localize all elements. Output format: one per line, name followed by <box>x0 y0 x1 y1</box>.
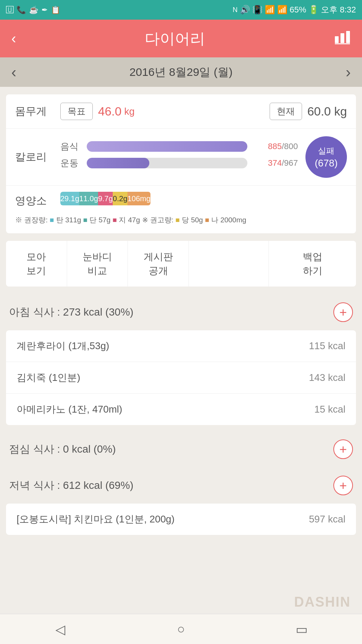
exercise-bar-row: 운동 374/967 <box>60 157 298 169</box>
eye-compare-button[interactable]: 눈바디 비교 <box>67 241 128 287</box>
exercise-bar-values: 374/967 <box>253 158 298 168</box>
nutrient-label: 영양소 <box>15 194 60 208</box>
legend-suffix: ※ 권고량: <box>142 216 176 224</box>
breakfast-item-3: 아메리카노 (1잔, 470ml) 15 kcal <box>6 394 356 425</box>
time-display: 오후 8:32 <box>321 4 356 15</box>
sodium-bar: 106mg <box>127 192 150 205</box>
weight-content: 목표 46.0 kg 현재 60.0 kg <box>60 103 347 120</box>
dinner-item-1-name: [오봉도시락] 치킨마요 (1인분, 200g) <box>17 513 175 526</box>
calorie-label: 칼로리 <box>15 150 60 164</box>
dinner-add-button[interactable]: + <box>333 476 353 495</box>
breakfast-item-2-name: 김치죽 (1인분) <box>17 371 80 384</box>
dinner-item-1: [오봉도시락] 치킨마요 (1인분, 200g) 597 kcal <box>6 504 356 535</box>
legend-protein-icon: ■ <box>83 216 89 224</box>
action-buttons-row: 모아 보기 눈바디 비교 게시판 공개 백업 하기 <box>6 241 356 287</box>
icon-wifi: 📶 <box>265 5 275 15</box>
food-bar-label: 음식 <box>60 140 87 153</box>
icon-clipboard: 📋 <box>51 5 60 14</box>
legend-carb-icon: ■ <box>50 216 56 224</box>
prev-date-button[interactable]: ‹ <box>11 64 16 81</box>
svg-rect-0 <box>335 36 339 43</box>
board-share-button[interactable]: 게시판 공개 <box>128 241 189 287</box>
breakfast-item-2: 김치죽 (1인분) 143 kcal <box>6 362 356 394</box>
svg-rect-1 <box>341 33 344 43</box>
food-bar-row: 음식 885/800 <box>60 140 298 153</box>
home-nav-button[interactable]: ○ <box>166 618 196 641</box>
svg-rect-2 <box>346 31 350 43</box>
current-date: 2016년 8월29일 (월) <box>129 65 232 80</box>
nutrient-row: 영양소 29.1g 11.0g 9.7g 0.2g 106mg ※ 권장량: ■… <box>6 186 356 233</box>
dinner-items: [오봉도시락] 치킨마요 (1인분, 200g) 597 kcal <box>6 504 356 535</box>
exercise-bar-label: 운동 <box>60 157 87 169</box>
legend-prefix: ※ 권장량: <box>15 216 50 224</box>
icon-phone: 📞 <box>17 5 26 14</box>
chart-button[interactable] <box>334 29 351 48</box>
dinner-header: 저녁 식사 : 612 kcal (69%) + <box>0 467 362 504</box>
dinner-item-1-kcal: 597 kcal <box>309 513 345 525</box>
page-title: 다이어리 <box>16 28 334 49</box>
calorie-bars: 음식 885/800 운동 374/967 <box>60 140 298 174</box>
breakfast-item-2-kcal: 143 kcal <box>309 372 345 384</box>
weight-row: 몸무게 목표 46.0 kg 현재 60.0 kg <box>6 94 356 129</box>
exercise-current: 374 <box>268 158 282 168</box>
legend-sugar: 당 50g <box>182 216 203 224</box>
weight-label: 몸무게 <box>15 104 60 119</box>
breakfast-title: 아침 식사 : 273 kcal (30%) <box>9 305 133 319</box>
back-nav-button[interactable]: ◁ <box>45 618 75 641</box>
legend-carb: 탄 311g <box>56 216 81 224</box>
recent-nav-button[interactable]: ▭ <box>287 618 317 641</box>
breakfast-item-1: 계란후라이 (1개,53g) 115 kcal <box>6 330 356 362</box>
food-target: 800 <box>284 142 298 151</box>
status-icons-right: N 🔊 📳 📶 📶 65% 🔋 오후 8:32 <box>233 4 356 15</box>
icon-u: 🅄 <box>6 6 14 14</box>
legend-fat: 지 47g <box>119 216 140 224</box>
breakfast-item-1-kcal: 115 kcal <box>309 340 345 352</box>
legend-sugar-icon: ■ <box>175 216 182 224</box>
current-button[interactable]: 현재 <box>270 103 302 120</box>
current-value: 60.0 kg <box>307 105 347 119</box>
status-bar: 🅄 📞 ☕ ✒ 📋 N 🔊 📳 📶 📶 65% 🔋 오후 8:32 <box>0 0 362 20</box>
legend-fat-icon: ■ <box>112 216 119 224</box>
lunch-add-button[interactable]: + <box>333 439 353 459</box>
lunch-title: 점심 식사 : 0 kcal (0%) <box>9 442 116 456</box>
gather-button[interactable]: 모아 보기 <box>6 241 67 287</box>
header: ‹ 다이어리 <box>0 20 362 57</box>
nutrient-bar-container: 29.1g 11.0g 9.7g 0.2g 106mg <box>60 192 150 205</box>
carb-bar: 29.1g <box>60 192 79 205</box>
backup-button[interactable]: 백업 하기 <box>269 241 356 287</box>
icon-signal: 📶 <box>277 5 287 15</box>
breakfast-item-1-name: 계란후라이 (1개,53g) <box>17 339 109 353</box>
breakfast-item-3-kcal: 15 kcal <box>314 404 345 415</box>
target-unit: kg <box>121 106 135 117</box>
icon-nfc: N <box>233 6 238 14</box>
dinner-title: 저녁 식사 : 612 kcal (69%) <box>9 478 133 493</box>
food-bar-values: 885/800 <box>253 142 298 151</box>
icon-pen: ✒ <box>41 5 48 14</box>
icon-coffee: ☕ <box>29 5 38 14</box>
exercise-bar-fill <box>87 158 149 168</box>
exercise-bar-track <box>87 158 247 168</box>
bottom-navigation: ◁ ○ ▭ <box>0 614 362 644</box>
breakfast-add-button[interactable]: + <box>333 302 353 322</box>
target-button[interactable]: 목표 <box>60 103 93 120</box>
date-navigation: ‹ 2016년 8월29일 (월) › <box>0 57 362 87</box>
lunch-header: 점심 식사 : 0 kcal (0%) + <box>0 431 362 467</box>
legend-protein: 단 57g <box>89 216 110 224</box>
status-icons-left: 🅄 📞 ☕ ✒ 📋 <box>6 5 60 14</box>
breakfast-items: 계란후라이 (1개,53g) 115 kcal 김치죽 (1인분) 143 kc… <box>6 330 356 425</box>
circle-value: (678) <box>315 157 338 169</box>
calorie-status-circle: 실패 (678) <box>305 136 347 178</box>
legend-sodium: 나 2000mg <box>211 216 246 224</box>
icon-battery: 🔋 <box>308 5 319 15</box>
breakfast-header: 아침 식사 : 273 kcal (30%) + <box>0 294 362 330</box>
next-date-button[interactable]: › <box>346 64 351 81</box>
nutrient-legend: ※ 권장량: ■ 탄 311g ■ 단 57g ■ 지 47g ※ 권고량: ■… <box>15 214 347 226</box>
breakfast-item-3-name: 아메리카노 (1잔, 470ml) <box>17 403 122 416</box>
food-bar-track <box>87 141 247 152</box>
back-button[interactable]: ‹ <box>11 31 16 47</box>
protein-bar: 11.0g <box>79 192 98 205</box>
circle-title: 실패 <box>318 145 334 157</box>
watermark: DASHIN <box>294 594 351 610</box>
food-bar-fill <box>87 141 247 152</box>
icon-vibrate: 📳 <box>252 5 262 15</box>
